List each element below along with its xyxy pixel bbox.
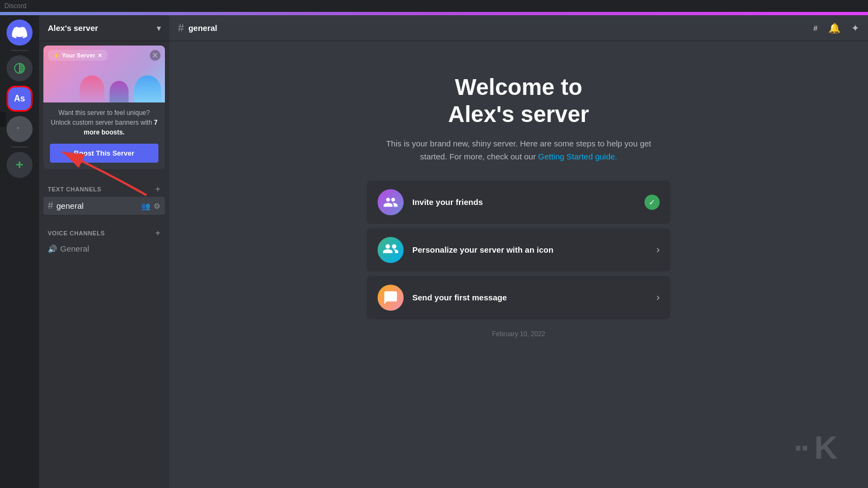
main-content: # general # 🔔 ✦ Welcome toAlex's server … (169, 15, 868, 488)
notification-bell-icon[interactable]: 🔔 (828, 22, 840, 34)
boost-banner-label: ⚡ Your Server ✕ (48, 50, 107, 61)
svg-point-2 (17, 127, 19, 129)
getting-started-link[interactable]: Getting Started guide. (538, 152, 617, 161)
boost-popup-close-button[interactable]: ✕ (150, 50, 161, 61)
title-bar-label: Discord (4, 2, 27, 10)
voice-channel-name: General (60, 244, 89, 253)
discord-home-button[interactable] (7, 20, 33, 46)
send-message-label: Send your first message (412, 293, 648, 302)
invite-label: Invite your friends (412, 197, 636, 207)
boost-description: Want this server to feel unique? Unlock … (43, 102, 165, 140)
action-card-invite[interactable]: Invite your friends ✓ (367, 181, 671, 224)
voice-channels-label: VOICE CHANNELS (48, 230, 105, 236)
explore-servers-button[interactable] (7, 55, 33, 81)
invite-icon (378, 189, 404, 215)
personalize-label: Personalize your server with an icon (412, 245, 648, 254)
server-header[interactable]: Alex's server ▾ (39, 15, 169, 41)
speaker-icon: 🔊 (48, 245, 57, 253)
app-container: As Alex's server + Alex's server ▾ ✕ (0, 15, 868, 488)
hash-icon: # (48, 200, 53, 211)
alex-server-button[interactable]: As Alex's server (7, 86, 33, 112)
welcome-title: Welcome toAlex's server (448, 74, 589, 129)
channel-item-general-voice[interactable]: 🔊 General (43, 241, 165, 256)
banner-decorations (80, 75, 161, 102)
action-cards: Invite your friends ✓ Personalize your s… (367, 181, 671, 319)
invite-people-icon[interactable]: 👥 (141, 202, 150, 210)
boost-button[interactable]: Boost This Server (50, 144, 158, 163)
settings-icon[interactable]: ⚙ (154, 202, 161, 210)
action-card-send-message[interactable]: Send your first message › (367, 276, 671, 319)
sidebar-divider (11, 50, 28, 51)
alex-server-tooltip: Alex's server (0, 112, 6, 127)
text-channels-header[interactable]: TEXT CHANNELS + (43, 182, 165, 196)
channel-name-general: general (56, 201, 84, 210)
channel-header: # general # 🔔 ✦ (169, 15, 868, 41)
voice-channels-section: VOICE CHANNELS + 🔊 General (39, 217, 169, 259)
welcome-server-name: Alex's server (448, 101, 589, 127)
personalize-icon (378, 237, 404, 263)
sidebar-divider-2 (11, 146, 28, 147)
boost-popup: ✕ ⚡ Your Server ✕ Want this server to fe… (43, 46, 165, 169)
message-chevron-icon: › (656, 292, 660, 303)
boost-banner-image: ⚡ Your Server ✕ (43, 46, 165, 102)
channel-item-general[interactable]: # general 👥 ⚙ (43, 197, 165, 215)
threads-icon[interactable]: # (813, 24, 818, 33)
title-bar: Discord (0, 0, 868, 12)
date-stamp: February 10, 2022 (492, 330, 545, 338)
pin-icon[interactable]: ✦ (851, 22, 859, 34)
svg-point-1 (15, 125, 24, 133)
personalize-chevron-icon: › (656, 244, 660, 255)
text-channels-section: TEXT CHANNELS + # general 👥 ⚙ (39, 174, 169, 217)
add-server-button[interactable]: + (7, 152, 33, 178)
channel-sidebar: Alex's server ▾ ✕ ⚡ Your Server ✕ (39, 15, 169, 488)
text-channels-label: TEXT CHANNELS (48, 186, 101, 192)
channel-header-hash-icon: # (178, 22, 184, 34)
header-actions: # 🔔 ✦ (813, 22, 859, 34)
channel-header-name: general (188, 23, 217, 33)
add-text-channel-button[interactable]: + (155, 184, 161, 194)
voice-channels-header[interactable]: VOICE CHANNELS + (43, 226, 165, 240)
welcome-area: Welcome toAlex's server This is your bra… (169, 41, 868, 488)
action-card-personalize[interactable]: Personalize your server with an icon › (367, 228, 671, 272)
chevron-down-icon: ▾ (157, 24, 161, 33)
channel-actions: 👥 ⚙ (141, 202, 161, 210)
server-name: Alex's server (48, 23, 98, 33)
server-sidebar: As Alex's server + (0, 15, 39, 488)
add-voice-channel-button[interactable]: + (155, 228, 161, 238)
add-server-label: + (16, 157, 23, 172)
welcome-subtitle: This is your brand new, shiny server. He… (383, 137, 654, 163)
invite-check-icon: ✓ (644, 195, 660, 210)
message-icon (378, 285, 404, 311)
other-server-button[interactable] (7, 116, 33, 142)
alex-server-label: As (14, 94, 25, 104)
